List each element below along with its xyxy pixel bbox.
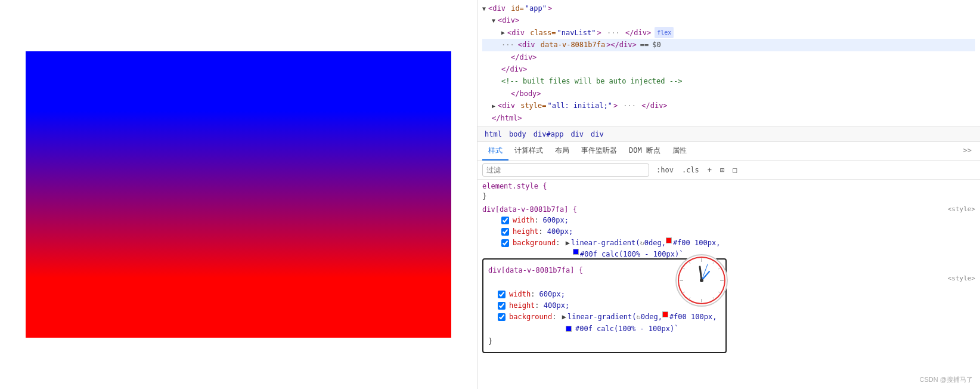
tooltip-gradient-arrow[interactable]: ▶ [562,311,566,323]
layout-icon[interactable]: □ [730,165,739,175]
dom-line-div-all[interactable]: ▶ <div style= "all: initial;" > ··· </di… [482,100,975,112]
svg-point-18 [700,279,703,282]
clock-widget [675,254,728,309]
flex-badge: flex [655,27,674,38]
collapse-arrow: ▶ [492,101,495,111]
collapse-arrow: ▶ [501,27,505,38]
dom-tree: ▼ <div id= "app" > ▼ <div> ▶ <div class=… [477,0,980,126]
gradient-expand-arrow[interactable]: ▶ [566,237,570,249]
gradient-tooltip: div[data-v-8081b7fa] { <style> width : 6… [482,258,727,353]
dom-line-close-html: </html> [482,112,975,124]
tab-event-listeners[interactable]: 事件监听器 [575,142,623,160]
tooltip-bg-cb[interactable] [498,313,505,321]
tab-styles[interactable]: 样式 [482,142,508,160]
hov-button[interactable]: :hov [654,165,676,175]
style-close-element: } [482,192,975,200]
breadcrumb-bar: html body div#app div div [477,126,980,142]
preview-panel [0,0,477,389]
devtools-panel: ▼ <div id= "app" > ▼ <div> ▶ <div class=… [477,0,980,389]
breadcrumb-html[interactable]: html [482,129,504,139]
tooltip-blue-swatch[interactable] [566,326,572,332]
tooltip-rotation-icon[interactable]: ↻ [637,311,641,323]
tooltip-width-cb[interactable] [498,291,505,298]
dom-line-app[interactable]: ▼ <div id= "app" > [482,2,975,14]
style-rule-width: width : 600px; [492,215,975,226]
style-selector-element: element.style { [482,182,975,190]
settings-icon[interactable]: ⊡ [718,165,727,175]
dots-expand[interactable]: ··· [501,39,514,51]
dom-line-close-body: </body> [482,88,975,100]
add-style-button[interactable]: + [705,165,714,175]
dom-line-close-div: </div> [482,51,975,63]
dom-line-selected[interactable]: ··· <div data-v-8081b7fa ></div> == $0 [482,39,975,51]
background-checkbox[interactable] [501,239,509,247]
cls-button[interactable]: .cls [680,165,702,175]
breadcrumb-div2[interactable]: div [588,129,606,139]
style-source-star: <style> [948,274,975,284]
gradient-preview [26,51,451,338]
clock-svg [675,254,728,307]
width-checkbox[interactable] [501,217,509,224]
breadcrumb-div1[interactable]: div [568,129,586,139]
tooltip-red-swatch[interactable] [662,311,668,317]
breadcrumb-divapp[interactable]: div#app [531,129,566,139]
dom-line-navlist[interactable]: ▶ <div class= "navList" > ··· </div> fle… [482,27,975,39]
tooltip-height-cb[interactable] [498,302,505,310]
tooltip-bg-line2: #00f calc(100% - 100px)` [488,323,721,335]
csdn-watermark: CSDN @搜捕马了 [920,375,973,384]
tab-dom-breakpoints[interactable]: DOM 断点 [623,142,666,160]
filter-buttons: :hov .cls + ⊡ □ [654,165,740,175]
tab-layout[interactable]: 布局 [549,142,575,160]
style-source-datav: <style> [948,205,975,215]
tooltip-background: background : ▶ linear-gradient( ↻ 0deg, … [488,311,721,323]
color-swatch-red[interactable] [666,237,672,243]
styles-content: element.style { } div[data-v-8081b7fa] {… [477,180,980,389]
tab-more[interactable]: >> [960,144,975,158]
filter-input[interactable] [482,163,649,177]
style-selector-datav: div[data-v-8081b7fa] { [482,205,577,214]
rotation-icon[interactable]: ↻ [640,237,644,249]
style-rule-background: background : ▶ linear-gradient( ↻ 0deg, … [492,237,975,249]
dom-line-div1[interactable]: ▼ <div> [482,14,975,26]
expand-arrow: ▼ [482,4,486,14]
expand-arrow: ▼ [492,16,495,26]
tab-properties[interactable]: 属性 [666,142,693,160]
style-rule-height: height : 400px; [492,226,975,237]
dom-line-comment: <!-- built files will be auto injected -… [482,75,975,87]
tabs-row: 样式 计算样式 布局 事件监听器 DOM 断点 属性 >> [477,142,980,161]
breadcrumb-body[interactable]: body [507,129,529,139]
tab-computed[interactable]: 计算样式 [508,142,549,160]
height-checkbox[interactable] [501,228,509,236]
color-swatch-blue[interactable] [573,249,579,255]
filter-row: :hov .cls + ⊡ □ [477,161,980,180]
dom-line-close-div2: </div> [482,63,975,75]
style-block-element: element.style { } [482,182,975,200]
